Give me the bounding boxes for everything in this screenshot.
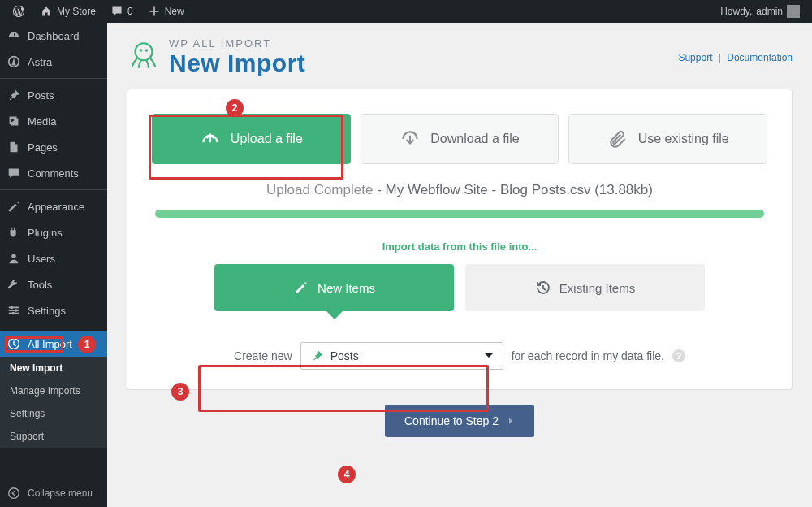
uploaded-filesize: (13.88kb)	[594, 182, 653, 197]
create-new-row: Create new Posts for each record in my d…	[152, 342, 767, 370]
new-label: New	[165, 6, 184, 17]
documentation-link[interactable]: Documentation	[727, 52, 793, 63]
caret-down-icon	[485, 353, 493, 362]
adminbar-wp-logo[interactable]	[6, 5, 31, 18]
svg-point-7	[11, 312, 15, 315]
create-suffix: for each record in my data file.	[512, 349, 664, 362]
create-prefix: Create new	[234, 349, 292, 362]
dashboard-icon	[6, 28, 21, 43]
menu-tools[interactable]: Tools	[0, 271, 107, 297]
support-link[interactable]: Support	[678, 52, 712, 63]
avatar	[787, 5, 800, 18]
comment-icon	[110, 5, 123, 18]
main-content: WP ALL IMPORT New Import Support | Docum…	[107, 23, 812, 507]
menu-settings[interactable]: Settings	[0, 297, 107, 323]
site-name-text: My Store	[57, 6, 96, 17]
menu-astra[interactable]: Astra	[0, 49, 107, 75]
progress-bar	[155, 210, 764, 218]
comment-count: 0	[127, 6, 133, 17]
tab-new-items[interactable]: New Items	[214, 264, 454, 311]
import-card: Upload a file Download a file Use existi…	[127, 89, 793, 390]
header-links: Support | Documentation	[678, 52, 793, 63]
tab-upload-file[interactable]: Upload a file	[152, 114, 351, 164]
post-type-dropdown[interactable]: Posts	[300, 342, 503, 370]
svg-point-6	[15, 309, 18, 312]
brand-logo-icon	[127, 39, 161, 76]
adminbar-site-name[interactable]: My Store	[34, 5, 102, 18]
import-into-heading: Import data from this file into...	[152, 240, 767, 253]
pencil-icon	[293, 280, 309, 296]
brand-top-text: WP ALL IMPORT	[169, 37, 305, 50]
all-import-icon	[6, 336, 21, 351]
continue-button[interactable]: Continue to Step 2	[385, 405, 534, 437]
svg-point-5	[11, 306, 14, 310]
submenu-all-import: New Import Manage Imports Settings Suppo…	[0, 357, 107, 448]
download-icon	[400, 128, 421, 150]
attachment-icon	[607, 128, 628, 150]
appearance-icon	[6, 199, 21, 214]
users-icon	[6, 251, 21, 266]
upload-status: Upload Complete - My Webflow Site - Blog…	[152, 182, 767, 198]
astra-icon	[6, 54, 21, 69]
menu-appearance[interactable]: Appearance	[0, 193, 107, 219]
wordpress-icon	[12, 5, 25, 18]
adminbar-new[interactable]: New	[142, 5, 190, 18]
tools-icon	[6, 277, 21, 292]
menu-media[interactable]: Media	[0, 108, 107, 134]
media-icon	[6, 114, 21, 128]
uploaded-filename: My Webflow Site - Blog Posts.csv	[386, 182, 591, 197]
svg-point-1	[11, 254, 15, 258]
plugins-icon	[6, 225, 21, 240]
tab-existing-items[interactable]: Existing Items	[465, 264, 705, 311]
chevron-right-icon	[507, 417, 515, 425]
pin-icon	[311, 349, 324, 362]
post-type-value: Posts	[330, 349, 359, 362]
submenu-support[interactable]: Support	[0, 425, 107, 448]
menu-all-import[interactable]: All Import	[0, 331, 107, 357]
admin-bar: My Store 0 New Howdy, admin	[0, 0, 812, 23]
source-tabs: Upload a file Download a file Use existi…	[152, 114, 767, 164]
adminbar-comments[interactable]: 0	[105, 5, 139, 18]
svg-point-12	[145, 49, 149, 52]
brand: WP ALL IMPORT New Import	[127, 37, 305, 77]
tab-existing-file[interactable]: Use existing file	[568, 114, 767, 164]
svg-point-11	[140, 49, 143, 52]
page-title: New Import	[169, 50, 305, 77]
menu-plugins[interactable]: Plugins	[0, 219, 107, 245]
collapse-menu[interactable]: Collapse menu	[0, 479, 107, 507]
home-icon	[40, 5, 53, 18]
svg-point-9	[9, 488, 19, 499]
admin-sidebar: Dashboard Astra Posts Media Pages Commen…	[0, 23, 107, 507]
upload-icon	[200, 128, 221, 150]
howdy-prefix: Howdy,	[720, 6, 752, 17]
svg-point-10	[136, 43, 153, 60]
history-icon	[535, 280, 551, 296]
howdy-user: admin	[756, 6, 783, 17]
collapse-icon	[6, 486, 21, 500]
tab-download-file[interactable]: Download a file	[361, 114, 559, 164]
submenu-manage-imports[interactable]: Manage Imports	[0, 379, 107, 402]
menu-pages[interactable]: Pages	[0, 134, 107, 160]
menu-dashboard[interactable]: Dashboard	[0, 23, 107, 49]
pin-icon	[6, 88, 21, 102]
menu-users[interactable]: Users	[0, 245, 107, 271]
help-icon[interactable]: ?	[672, 349, 685, 362]
pages-icon	[6, 140, 21, 154]
settings-icon	[6, 303, 21, 318]
submenu-new-import[interactable]: New Import	[0, 357, 107, 379]
plus-icon	[148, 5, 161, 18]
comments-icon	[6, 166, 21, 180]
adminbar-account[interactable]: Howdy, admin	[715, 5, 806, 18]
menu-comments[interactable]: Comments	[0, 160, 107, 186]
submenu-settings[interactable]: Settings	[0, 402, 107, 425]
menu-posts[interactable]: Posts	[0, 82, 107, 108]
